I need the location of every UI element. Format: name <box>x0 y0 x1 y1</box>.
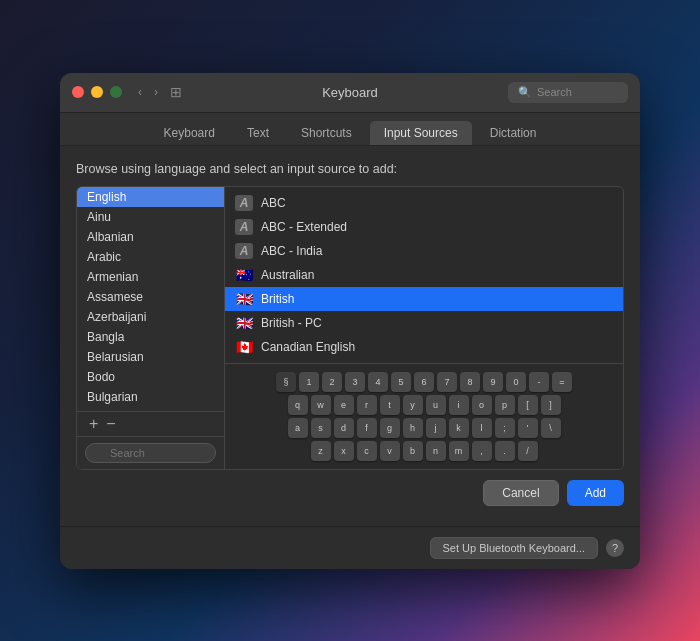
input-source-abc-label: ABC <box>261 196 286 210</box>
key-m: m <box>449 441 469 461</box>
key-a: a <box>288 418 308 438</box>
british-pc-flag-icon: 🇬🇧 <box>235 315 253 331</box>
bottom-bar: Set Up Bluetooth Keyboard... ? <box>60 526 640 569</box>
input-source-abc-extended-label: ABC - Extended <box>261 220 347 234</box>
key-quote: ' <box>518 418 538 438</box>
key-period: . <box>495 441 515 461</box>
forward-button[interactable]: › <box>150 83 162 101</box>
key-equals: = <box>552 372 572 392</box>
input-source-british-label: British <box>261 292 294 306</box>
key-4: 4 <box>368 372 388 392</box>
language-pane: English Ainu Albanian Arabic Armenian As… <box>77 187 225 469</box>
search-wrapper <box>85 443 216 463</box>
key-slash: / <box>518 441 538 461</box>
input-source-british[interactable]: 🇬🇧 British <box>225 287 623 311</box>
input-source-australian[interactable]: 🇦🇺 Australian <box>225 263 623 287</box>
minimize-button[interactable] <box>91 86 103 98</box>
search-box-container <box>77 436 224 469</box>
key-row-3: a s d f g h j k l ; ' \ <box>288 418 561 438</box>
language-item-bangla[interactable]: Bangla <box>77 327 224 347</box>
dialog-title: Browse using language and select an inpu… <box>76 162 624 176</box>
key-8: 8 <box>460 372 480 392</box>
language-item-belarusian[interactable]: Belarusian <box>77 347 224 367</box>
language-item-bodo[interactable]: Bodo <box>77 367 224 387</box>
input-source-list: A ABC A ABC - Extended A ABC - India 🇦🇺 … <box>225 187 623 363</box>
language-item-ainu[interactable]: Ainu <box>77 207 224 227</box>
key-e: e <box>334 395 354 415</box>
tab-bar: Keyboard Text Shortcuts Input Sources Di… <box>60 113 640 146</box>
key-row-2: q w e r t y u i o p [ ] <box>288 395 561 415</box>
key-section: § <box>276 372 296 392</box>
keyboard-preview: § 1 2 3 4 5 6 7 8 9 0 - = <box>225 363 623 469</box>
key-lbracket: [ <box>518 395 538 415</box>
language-list: English Ainu Albanian Arabic Armenian As… <box>77 187 224 411</box>
key-i: i <box>449 395 469 415</box>
language-item-albanian[interactable]: Albanian <box>77 227 224 247</box>
tab-keyboard[interactable]: Keyboard <box>150 121 229 145</box>
key-0: 0 <box>506 372 526 392</box>
key-z: z <box>311 441 331 461</box>
abc-extended-icon: A <box>235 219 253 235</box>
key-r: r <box>357 395 377 415</box>
grid-icon: ⊞ <box>170 84 182 100</box>
tab-text[interactable]: Text <box>233 121 283 145</box>
key-2: 2 <box>322 372 342 392</box>
tab-shortcuts[interactable]: Shortcuts <box>287 121 366 145</box>
add-language-button[interactable]: + <box>85 416 102 432</box>
search-label: Search <box>537 86 572 98</box>
tab-input-sources[interactable]: Input Sources <box>370 121 472 145</box>
key-p: p <box>495 395 515 415</box>
language-item-arabic[interactable]: Arabic <box>77 247 224 267</box>
language-item-azerbaijani[interactable]: Azerbaijani <box>77 307 224 327</box>
key-x: x <box>334 441 354 461</box>
language-item-assamese[interactable]: Assamese <box>77 287 224 307</box>
language-item-english[interactable]: English <box>77 187 224 207</box>
input-source-british-pc-label: British - PC <box>261 316 322 330</box>
key-o: o <box>472 395 492 415</box>
cancel-button[interactable]: Cancel <box>483 480 558 506</box>
remove-language-button[interactable]: − <box>102 416 119 432</box>
bluetooth-button[interactable]: Set Up Bluetooth Keyboard... <box>430 537 598 559</box>
key-q: q <box>288 395 308 415</box>
key-u: u <box>426 395 446 415</box>
key-6: 6 <box>414 372 434 392</box>
input-source-abc[interactable]: A ABC <box>225 191 623 215</box>
pane-container: English Ainu Albanian Arabic Armenian As… <box>76 186 624 470</box>
input-source-abc-india[interactable]: A ABC - India <box>225 239 623 263</box>
key-v: v <box>380 441 400 461</box>
input-source-abc-extended[interactable]: A ABC - Extended <box>225 215 623 239</box>
tab-dictation[interactable]: Dictation <box>476 121 551 145</box>
key-minus: - <box>529 372 549 392</box>
back-button[interactable]: ‹ <box>134 83 146 101</box>
key-d: d <box>334 418 354 438</box>
titlebar-search[interactable]: 🔍 Search <box>508 82 628 103</box>
key-l: l <box>472 418 492 438</box>
maximize-button[interactable] <box>110 86 122 98</box>
key-c: c <box>357 441 377 461</box>
window-title: Keyboard <box>322 85 378 100</box>
add-button[interactable]: Add <box>567 480 624 506</box>
abc-india-icon: A <box>235 243 253 259</box>
titlebar: ‹ › ⊞ Keyboard 🔍 Search <box>60 73 640 113</box>
key-j: j <box>426 418 446 438</box>
key-3: 3 <box>345 372 365 392</box>
input-source-british-pc[interactable]: 🇬🇧 British - PC <box>225 311 623 335</box>
language-item-bulgarian[interactable]: Bulgarian <box>77 387 224 407</box>
key-5: 5 <box>391 372 411 392</box>
help-button[interactable]: ? <box>606 539 624 557</box>
key-n: n <box>426 441 446 461</box>
search-input[interactable] <box>85 443 216 463</box>
key-7: 7 <box>437 372 457 392</box>
close-button[interactable] <box>72 86 84 98</box>
key-g: g <box>380 418 400 438</box>
key-rbracket: ] <box>541 395 561 415</box>
input-source-canadian-label: Canadian English <box>261 340 355 354</box>
key-w: w <box>311 395 331 415</box>
input-source-canadian-english[interactable]: 🇨🇦 Canadian English <box>225 335 623 359</box>
language-item-armenian[interactable]: Armenian <box>77 267 224 287</box>
key-h: h <box>403 418 423 438</box>
key-semicolon: ; <box>495 418 515 438</box>
key-b: b <box>403 441 423 461</box>
key-t: t <box>380 395 400 415</box>
keyboard-window: ‹ › ⊞ Keyboard 🔍 Search Keyboard Text Sh… <box>60 73 640 569</box>
